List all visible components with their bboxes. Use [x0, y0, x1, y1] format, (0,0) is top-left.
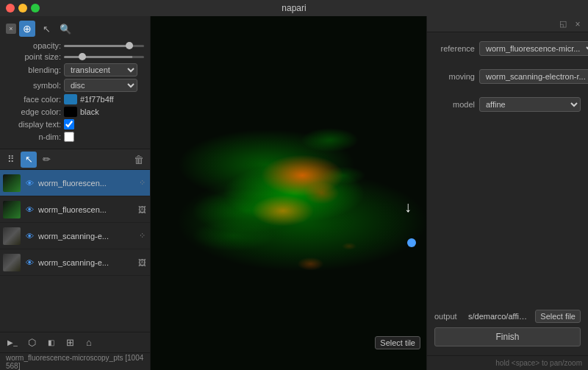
layer-visibility-toggle[interactable]: 👁: [24, 177, 35, 189]
main-content: × ⊕ ↖ 🔍 opacity: point size: blending:: [0, 16, 588, 370]
status-text: worm_fluorescence-microscopy_pts [1004 5…: [6, 354, 144, 370]
reference-select[interactable]: worm_fluorescence-micr...: [479, 41, 588, 56]
layer-visibility-toggle[interactable]: 👁: [24, 230, 35, 242]
point-size-slider[interactable]: [64, 56, 144, 58]
output-row: output s/demarco/affine.txt Select file: [434, 310, 581, 323]
finish-button[interactable]: Finish: [434, 327, 581, 346]
canvas-area[interactable]: ↓ ↓ ↗ Select tile: [151, 16, 426, 370]
layer-list: 👁 worm_fluorescen... ⁘ 👁 worm_fluorescen…: [0, 170, 150, 332]
properties-panel: × ⊕ ↖ 🔍 opacity: point size: blending:: [0, 16, 150, 149]
opacity-slider-container: [64, 45, 144, 47]
layer-item[interactable]: 👁 worm_scanning-e... ⁘: [0, 223, 150, 249]
select-file-button[interactable]: Select file: [535, 310, 581, 323]
left-panel: × ⊕ ↖ 🔍 opacity: point size: blending:: [0, 16, 151, 370]
reference-row: reference worm_fluorescence-micr...: [434, 41, 581, 56]
display-text-row: display text:: [6, 119, 144, 129]
move-layer-button[interactable]: ⠿: [3, 152, 19, 168]
hint-text: hold <space> to pan/zoom: [495, 359, 582, 367]
bottom-hint: hold <space> to pan/zoom: [427, 355, 588, 370]
model-row: model affine: [434, 97, 581, 112]
layers-panel: ⠿ ↖ ✏ 🗑 👁 worm_fluorescen... ⁘ 👁 worm_fl…: [0, 149, 150, 332]
layer-thumbnail: [3, 254, 21, 271]
close-button[interactable]: [6, 4, 15, 13]
status-bar: worm_fluorescence-microscopy_pts [1004 5…: [0, 353, 150, 370]
opacity-slider[interactable]: [64, 45, 144, 47]
layer-type-icon: ⁘: [137, 231, 147, 241]
right-panel-footer: output s/demarco/affine.txt Select file …: [427, 304, 588, 355]
reference-label: reference: [434, 44, 475, 53]
point-size-row: point size:: [6, 52, 144, 61]
symbol-label: symbol:: [6, 81, 61, 90]
opacity-label: opacity:: [6, 41, 61, 50]
home-button[interactable]: ⌂: [81, 335, 97, 351]
moving-row: moving worm_scanning-electron-r...: [434, 69, 581, 84]
grid-button[interactable]: ⊞: [62, 335, 78, 351]
canvas-image: [151, 16, 426, 370]
bottom-bar: ▶_ ⬡ ◧ ⊞ ⌂ worm_fluorescence-microscopy_…: [0, 332, 150, 370]
edit-layer-button[interactable]: ✏: [38, 152, 54, 168]
right-panel-content: reference worm_fluorescence-micr... movi…: [427, 32, 588, 304]
app-title: napari: [282, 3, 306, 13]
search-button[interactable]: 🔍: [57, 21, 74, 37]
layer-visibility-toggle[interactable]: 👁: [24, 257, 35, 268]
panel-close-button[interactable]: ×: [572, 18, 584, 30]
symbol-row: symbol: disc: [6, 79, 144, 92]
edge-color-label: edge color:: [6, 107, 61, 116]
point-size-slider-container: [64, 56, 144, 58]
right-panel: ◱ × reference worm_fluorescence-micr... …: [426, 16, 588, 370]
face-color-row: face color: #1f77b4ff: [6, 94, 144, 104]
moving-label: moving: [434, 72, 475, 81]
layer-item[interactable]: 👁 worm_fluorescen... 🖼: [0, 196, 150, 223]
face-color-value: #1f77b4ff: [80, 95, 114, 104]
moving-select[interactable]: worm_scanning-electron-r...: [479, 69, 588, 84]
blending-label: blending:: [6, 65, 61, 74]
blending-row: blending: translucent: [6, 63, 144, 77]
face-color-label: face color:: [6, 95, 61, 104]
layer-name: worm_scanning-e...: [38, 232, 134, 241]
console-button[interactable]: ▶_: [4, 335, 21, 351]
right-panel-header: ◱ ×: [427, 16, 588, 32]
edge-color-swatch[interactable]: [64, 107, 77, 117]
layer-name: worm_fluorescen...: [38, 179, 134, 188]
edge-color-row: edge color: black: [6, 107, 144, 117]
select-tool-button[interactable]: ↖: [38, 21, 54, 37]
panel-float-button[interactable]: ◱: [557, 18, 569, 30]
layer-name: worm_scanning-e...: [38, 258, 134, 267]
model-label: model: [434, 100, 475, 109]
properties-close-button[interactable]: ×: [6, 24, 16, 34]
bottom-toolbar: ▶_ ⬡ ◧ ⊞ ⌂: [0, 332, 150, 353]
n-dim-row: n-dim:: [6, 132, 144, 142]
output-label: output: [434, 312, 464, 321]
n-dim-label: n-dim:: [6, 132, 61, 141]
blending-select[interactable]: translucent: [64, 63, 137, 77]
symbol-select[interactable]: disc: [64, 79, 137, 92]
layer-visibility-toggle[interactable]: 👁: [24, 204, 35, 216]
window-controls: [6, 4, 40, 13]
layers-toolbar: ⠿ ↖ ✏ 🗑: [0, 149, 150, 170]
add-points-button[interactable]: ⊕: [19, 21, 35, 37]
layer-type-icon: 🖼: [137, 204, 147, 215]
select-layer-button[interactable]: ↖: [21, 152, 37, 168]
opacity-row: opacity:: [6, 41, 144, 50]
bug-button[interactable]: ⬡: [24, 335, 40, 351]
layer-name: worm_fluorescen...: [38, 205, 134, 214]
n-dim-checkbox[interactable]: [64, 132, 74, 142]
layer-item[interactable]: 👁 worm_fluorescen... ⁘: [0, 170, 150, 196]
properties-header: × ⊕ ↖ 🔍: [6, 21, 144, 37]
point-size-label: point size:: [6, 52, 61, 61]
model-select[interactable]: affine: [479, 97, 581, 112]
display-text-checkbox[interactable]: [64, 119, 74, 129]
layers-button[interactable]: ◧: [43, 335, 59, 351]
layer-thumbnail: [3, 227, 21, 245]
maximize-button[interactable]: [31, 4, 40, 13]
output-path: s/demarco/affine.txt: [468, 312, 531, 321]
layer-item[interactable]: 👁 worm_scanning-e... 🖼: [0, 249, 150, 276]
edge-color-value: black: [80, 107, 99, 116]
titlebar: napari: [0, 0, 588, 16]
layer-thumbnail: [3, 201, 21, 218]
layer-type-icon: 🖼: [137, 257, 147, 268]
delete-layer-button[interactable]: 🗑: [131, 152, 147, 168]
layer-thumbnail: [3, 174, 21, 192]
face-color-swatch[interactable]: [64, 94, 77, 104]
minimize-button[interactable]: [18, 4, 27, 13]
